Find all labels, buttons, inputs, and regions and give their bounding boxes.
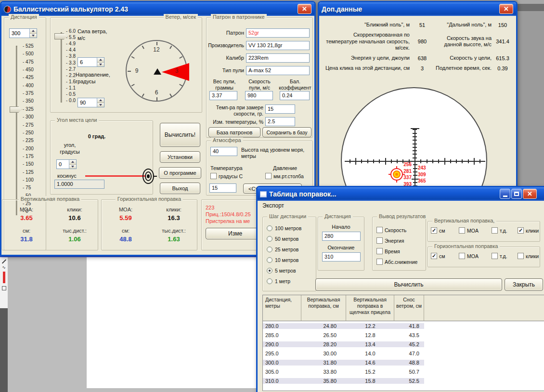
angle-value[interactable]: 0 <box>57 160 69 169</box>
bullet-speed-field[interactable]: 980 <box>245 91 273 100</box>
unit-checkbox[interactable]: ✓клики <box>518 227 539 234</box>
manufacturer-label: Производитель <box>207 42 244 48</box>
caliber-field[interactable]: 223Rem <box>246 53 310 63</box>
stat-value: 150 <box>492 22 514 28</box>
curve-tool-icon[interactable]: ∿ <box>0 265 8 270</box>
maximize-icon[interactable] <box>511 189 522 199</box>
about-button[interactable]: О программе <box>159 167 201 179</box>
step-radio-option[interactable]: 100 метров <box>267 225 301 232</box>
angle-label: угол, <box>55 142 84 148</box>
dial-number: 12 <box>153 46 159 53</box>
manufacturer-field[interactable]: VV 130 21,8gr <box>246 41 310 50</box>
mil-label: тыс.дист.: <box>150 228 198 234</box>
spin-up-icon[interactable] <box>97 58 104 63</box>
mmhg-checkbox[interactable]: мм.рт.столба <box>265 173 304 179</box>
pencil-tool-icon[interactable] <box>1 259 6 263</box>
red-color-swatch[interactable] <box>3 272 5 283</box>
unit-checkbox[interactable]: т.д. <box>492 253 507 259</box>
cosine-field[interactable]: 1.0000 <box>54 180 104 189</box>
output-checkbox[interactable]: Абс.снижение <box>376 259 417 265</box>
output-checkbox[interactable]: Энергия <box>376 237 404 244</box>
wind-force-value[interactable]: 6 <box>78 58 97 66</box>
minimize-icon[interactable] <box>500 189 510 199</box>
paint-canvas[interactable] <box>87 257 257 388</box>
corrections-table[interactable]: Дистанция, метрыВертикальная поправка, с… <box>262 295 544 391</box>
table-row[interactable]: 300.031.8014.648.8 <box>263 358 544 367</box>
range-start-field[interactable]: 280 <box>322 232 361 241</box>
spin-down-icon[interactable] <box>97 103 104 107</box>
calculate-button[interactable]: Вычислить! <box>160 123 200 147</box>
table-header-cell[interactable]: Вертикальная поправка в щелчках прицела <box>346 295 394 321</box>
target-angle-group: Угол места цели 0 град. угол, градусы 0 … <box>50 120 153 195</box>
table-row[interactable]: 285.026.5012.843.5 <box>263 330 544 340</box>
bullet-weight-field[interactable]: 3.37 <box>209 91 237 100</box>
unit-checkbox[interactable]: MOA <box>459 227 479 234</box>
stat-row: "Ближний ноль", м51"Дальний ноль", м150 <box>324 22 516 28</box>
table-header-cell[interactable]: Дистанция, метры <box>263 295 301 321</box>
cartridge-field[interactable]: 52gr <box>246 28 310 38</box>
reticle-tick <box>462 159 463 163</box>
spin-up-icon[interactable] <box>69 160 76 165</box>
settings-button[interactable]: Установки <box>160 151 200 163</box>
table-row[interactable]: 280.024.8012.241.8 <box>263 321 544 330</box>
dop-title-bar[interactable]: Доп.данные ✕ <box>319 2 516 16</box>
table-row[interactable]: 290.028.2013.445.2 <box>263 340 544 349</box>
save-to-db-button[interactable]: Сохранить в базу <box>262 127 311 137</box>
table-row[interactable]: 305.033.8015.250.7 <box>263 367 544 376</box>
zero-distance-text: Пристрелка на ме <box>206 218 250 224</box>
stat-value: 0.39 <box>492 65 514 71</box>
spin-down-icon[interactable] <box>69 165 76 169</box>
step-radio-option[interactable]: 5 метров <box>267 267 296 274</box>
output-checkbox[interactable]: Скорость <box>376 227 406 233</box>
menu-bar: Экспорт <box>258 201 544 211</box>
moa-value: 5.59 <box>102 214 150 222</box>
bc-field[interactable]: 0.24 <box>280 91 310 100</box>
spin-down-icon[interactable] <box>97 63 104 67</box>
exit-button[interactable]: Выход <box>160 183 200 194</box>
step-radio-option[interactable]: 10 метров <box>267 257 298 263</box>
step-radio-option[interactable]: 25 метров <box>267 246 298 253</box>
unit-checkbox[interactable]: MOA <box>459 253 479 259</box>
table-header-cell[interactable]: Снос ветром, см <box>394 295 424 321</box>
wind-direction-spinner[interactable]: 90 <box>78 98 104 107</box>
main-title-bar[interactable]: Баллистический калькулятор 2.43 ✕ <box>1 2 314 16</box>
table-title-bar[interactable]: Таблица поправок... ✕ <box>258 187 544 201</box>
angle-group-label: Угол места цели <box>55 117 99 123</box>
table-header-cell[interactable]: Вертикальная поправка, см <box>301 295 346 321</box>
unit-checkbox[interactable]: т.д. <box>492 227 507 234</box>
step-radio-option[interactable]: 50 метров <box>267 235 298 242</box>
table-cell: 31.80 <box>301 360 346 366</box>
step-radio-option[interactable]: 1 метр <box>267 278 290 285</box>
wind-scale-label: 4.9 <box>66 41 76 46</box>
menu-export[interactable]: Экспорт <box>262 202 284 209</box>
spin-up-icon[interactable] <box>97 98 104 103</box>
celsius-checkbox[interactable]: градусы C <box>210 173 243 179</box>
output-checkbox[interactable]: Время <box>376 248 400 254</box>
dial-number: 9 <box>135 67 139 74</box>
table-calculate-button[interactable]: Вычислить <box>315 278 502 291</box>
range-end-field[interactable]: 310 <box>322 252 361 261</box>
cartridge-db-button[interactable]: База патронов <box>208 127 260 137</box>
reticle-tick <box>474 158 475 165</box>
table-close-button[interactable]: Закрыть <box>505 278 543 291</box>
wind-force-spinner[interactable]: 6 <box>78 57 104 67</box>
moa-label: MOA: <box>102 207 150 212</box>
wind-direction-value[interactable]: 90 <box>78 98 97 107</box>
close-icon[interactable]: ✕ <box>499 4 513 14</box>
measure-temp-field[interactable]: 15 <box>265 105 295 114</box>
table-row[interactable]: 295.030.0014.047.0 <box>263 349 544 358</box>
bullet-type-field[interactable]: A-max 52 <box>246 66 310 75</box>
shape-tool-icon[interactable] <box>2 286 6 290</box>
altitude-field[interactable]: 40 <box>210 147 237 156</box>
temp-change-field[interactable]: 2.5 <box>265 117 295 126</box>
close-icon[interactable]: ✕ <box>298 4 311 14</box>
close-icon[interactable]: ✕ <box>523 189 537 199</box>
unit-checkbox[interactable]: ✓см <box>431 227 445 234</box>
temperature-field[interactable]: 15 <box>209 183 236 193</box>
unit-checkbox[interactable]: ✓см <box>431 253 445 259</box>
radio-label: 1 метр <box>275 278 290 284</box>
table-row[interactable]: 310.035.8015.852.5 <box>263 376 544 385</box>
angle-spinner[interactable]: 0 <box>56 159 77 169</box>
reticle-tick <box>420 159 421 163</box>
unit-checkbox[interactable]: клики <box>518 253 539 259</box>
